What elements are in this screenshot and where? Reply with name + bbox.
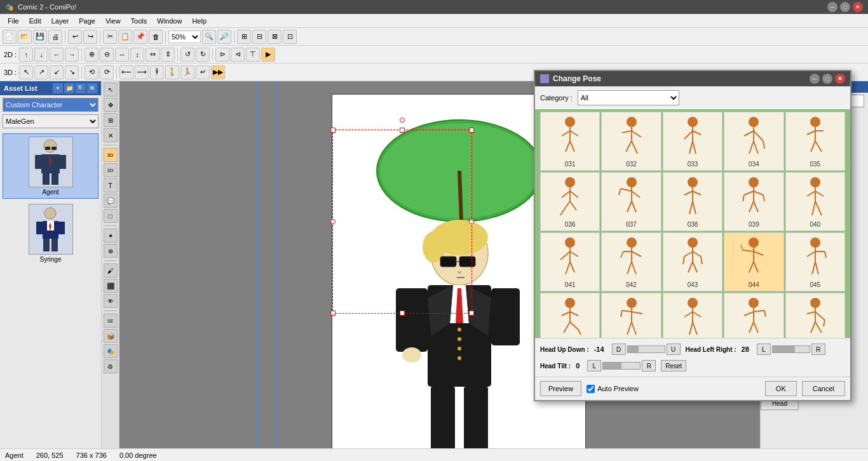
tb-delete[interactable]: 🗑 bbox=[149, 30, 163, 44]
preview-button[interactable]: Preview bbox=[540, 381, 581, 396]
tool-extra2[interactable]: 📦 bbox=[104, 329, 118, 343]
3d-rotate[interactable]: ⟵ bbox=[119, 65, 133, 79]
tool-paint[interactable]: 🖌 bbox=[104, 264, 118, 277]
head-tilt-slider[interactable] bbox=[602, 362, 641, 370]
pose-050[interactable]: 050 bbox=[785, 293, 845, 338]
dialog-maximize[interactable]: □ bbox=[822, 74, 832, 84]
menu-layer[interactable]: Layer bbox=[46, 16, 74, 26]
tool-extra1[interactable]: SE bbox=[104, 314, 118, 328]
tool-shape[interactable]: □ bbox=[104, 209, 118, 223]
pose-044[interactable]: 044 bbox=[724, 232, 783, 291]
menu-tools[interactable]: Tools bbox=[126, 16, 153, 26]
2d-rotate-ccw[interactable]: ↺ bbox=[180, 48, 194, 62]
2d-flip-h[interactable]: ⇔ bbox=[146, 48, 159, 62]
tb-fit[interactable]: ⊞ bbox=[237, 30, 251, 44]
pose-033[interactable]: 033 bbox=[663, 112, 722, 171]
pose-038[interactable]: 038 bbox=[663, 172, 722, 231]
pose-034[interactable]: 034 bbox=[724, 112, 783, 171]
head-tilt-r-button[interactable]: R bbox=[642, 360, 656, 371]
tool-eye[interactable]: 👁 bbox=[104, 294, 118, 308]
asset-item-syringe[interactable]: Syringe bbox=[3, 201, 98, 265]
head-reset-button[interactable]: Reset bbox=[661, 360, 686, 371]
tool-bubble[interactable]: 💬 bbox=[104, 194, 118, 208]
pose-049[interactable]: 049 bbox=[724, 293, 783, 338]
tb-open[interactable]: 📂 bbox=[18, 30, 32, 44]
auto-preview-checkbox[interactable] bbox=[587, 385, 595, 393]
3d-extra[interactable]: ↵ bbox=[196, 65, 210, 79]
tool-extra4[interactable]: ⚙ bbox=[104, 359, 118, 373]
tool-fill[interactable]: ⬛ bbox=[104, 279, 118, 293]
menu-file[interactable]: File bbox=[3, 16, 24, 26]
head-ud-slider[interactable] bbox=[627, 345, 665, 353]
pose-046[interactable]: 046 bbox=[540, 293, 600, 338]
head-ud-d-button[interactable]: D bbox=[612, 344, 626, 355]
tool-2d[interactable]: 2D bbox=[104, 163, 118, 177]
pose-041[interactable]: 041 bbox=[540, 232, 600, 291]
malegen-dropdown[interactable]: MaleGen bbox=[3, 114, 98, 128]
3d-scale[interactable]: ⟲ bbox=[85, 65, 98, 79]
asset-item-agent[interactable]: Agent bbox=[3, 133, 98, 199]
tb-paste[interactable]: 📌 bbox=[133, 30, 147, 44]
cancel-button[interactable]: Cancel bbox=[802, 381, 845, 396]
2d-front[interactable]: ⊳ bbox=[215, 48, 229, 62]
dialog-minimize[interactable]: ─ bbox=[810, 74, 820, 84]
2d-scale-up[interactable]: ⊕ bbox=[85, 48, 98, 62]
3d-active[interactable]: ▶▶ bbox=[211, 65, 225, 79]
2d-up[interactable]: ↑ bbox=[19, 48, 33, 62]
tb-save[interactable]: 💾 bbox=[33, 30, 47, 44]
2d-right[interactable]: → bbox=[65, 48, 79, 62]
minimize-button[interactable]: ─ bbox=[827, 2, 837, 12]
3d-back[interactable]: ↗ bbox=[34, 65, 48, 79]
pose-042[interactable]: 042 bbox=[601, 232, 661, 291]
2d-left[interactable]: ← bbox=[50, 48, 64, 62]
category-select[interactable]: All Standing Walking Sitting Action bbox=[578, 90, 679, 105]
tool-text[interactable]: T bbox=[104, 178, 118, 192]
tool-crop[interactable]: ⊞ bbox=[104, 113, 118, 127]
pose-047[interactable]: 047 bbox=[601, 293, 661, 338]
tb-redo[interactable]: ↪ bbox=[83, 30, 97, 44]
2d-back[interactable]: ⊲ bbox=[231, 48, 245, 62]
tb-print[interactable]: 🖨 bbox=[48, 30, 62, 44]
tb-grid[interactable]: ⊟ bbox=[252, 30, 266, 44]
3d-pose[interactable]: 🕴 bbox=[150, 65, 164, 79]
3d-right[interactable]: ↘ bbox=[65, 65, 79, 79]
2d-down[interactable]: ↓ bbox=[34, 48, 48, 62]
2d-flip-v[interactable]: ⇕ bbox=[161, 48, 175, 62]
3d-scale2[interactable]: ⟳ bbox=[100, 65, 114, 79]
menu-help[interactable]: Help bbox=[187, 16, 212, 26]
tool-effect1[interactable]: ✦ bbox=[104, 229, 118, 243]
tb-new[interactable]: 📄 bbox=[3, 30, 17, 44]
head-lr-slider[interactable] bbox=[772, 345, 810, 353]
tb-extra2[interactable]: ⊡ bbox=[283, 30, 297, 44]
pose-039[interactable]: 039 bbox=[724, 172, 783, 231]
tb-zoom-in[interactable]: 🔍 bbox=[202, 30, 216, 44]
menu-edit[interactable]: Edit bbox=[24, 16, 46, 26]
tool-effect2[interactable]: ⊕ bbox=[104, 244, 118, 258]
head-lr-r-button[interactable]: R bbox=[811, 344, 825, 355]
3d-front[interactable]: ↖ bbox=[19, 65, 33, 79]
asset-delete-icon[interactable]: ✕ bbox=[87, 83, 97, 93]
3d-left[interactable]: ↙ bbox=[50, 65, 64, 79]
head-tilt-l-button[interactable]: L bbox=[587, 360, 601, 371]
custom-char-dropdown[interactable]: Custom Character bbox=[3, 98, 98, 112]
pose-037[interactable]: 037 bbox=[601, 172, 661, 231]
head-lr-l-button[interactable]: L bbox=[757, 344, 771, 355]
menu-page[interactable]: Page bbox=[74, 16, 100, 26]
3d-walk[interactable]: 🏃 bbox=[180, 65, 194, 79]
tool-pointer[interactable]: ↖ bbox=[104, 83, 118, 97]
pose-048[interactable]: 048 bbox=[663, 293, 722, 338]
head-ud-u-button[interactable]: U bbox=[667, 344, 681, 355]
tb-copy[interactable]: 📋 bbox=[118, 30, 132, 44]
ok-button[interactable]: OK bbox=[765, 381, 797, 396]
asset-folder-icon[interactable]: 📁 bbox=[64, 83, 74, 93]
asset-add-icon[interactable]: + bbox=[53, 83, 63, 93]
dialog-close[interactable]: ✕ bbox=[835, 74, 845, 84]
tool-move[interactable]: ✥ bbox=[104, 98, 118, 112]
2d-top[interactable]: ⊤ bbox=[246, 48, 260, 62]
menu-view[interactable]: View bbox=[100, 16, 126, 26]
tb-cut[interactable]: ✂ bbox=[103, 30, 117, 44]
2d-scale-down[interactable]: ⊖ bbox=[100, 48, 114, 62]
maximize-button[interactable]: □ bbox=[840, 2, 850, 12]
2d-scale-v[interactable]: ↕ bbox=[130, 48, 144, 62]
2d-rotate-cw[interactable]: ↻ bbox=[196, 48, 210, 62]
